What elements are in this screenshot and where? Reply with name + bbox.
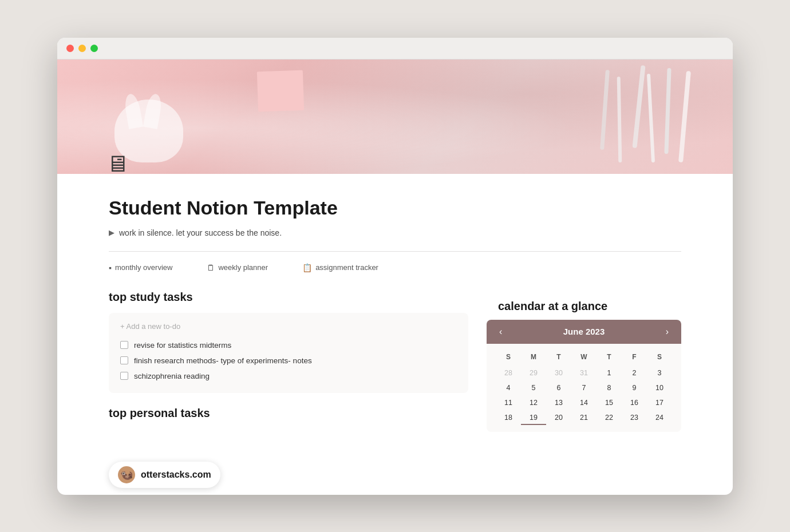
site-badge: 🦦 otterstacks.com <box>109 462 220 488</box>
cal-date[interactable]: 17 <box>647 396 672 409</box>
day-tue: T <box>546 351 571 363</box>
bottom-bar: 🦦 otterstacks.com <box>57 455 733 495</box>
weekly-planner-link[interactable]: 🗒 weekly planner <box>207 263 268 272</box>
day-fri: F <box>622 351 647 363</box>
task-checkbox-1[interactable] <box>120 341 128 349</box>
monthly-overview-icon: ▪ <box>109 263 112 272</box>
cal-date[interactable]: 23 <box>622 411 647 425</box>
task-checkbox-2[interactable] <box>120 356 128 364</box>
task-item: schizophrenia reading <box>120 368 457 384</box>
quote-text: work in silence. let your success be the… <box>119 228 282 237</box>
day-thu: T <box>597 351 622 363</box>
calendar-nav: ‹ June 2023 › <box>487 320 681 344</box>
cal-date[interactable]: 3 <box>647 367 672 379</box>
cal-date[interactable]: 15 <box>597 396 622 409</box>
cal-date[interactable]: 12 <box>521 396 546 409</box>
personal-tasks-title: top personal tasks <box>109 407 468 420</box>
calendar-next-button[interactable]: › <box>662 325 672 338</box>
close-button[interactable] <box>66 45 74 52</box>
cal-date[interactable]: 18 <box>496 411 521 425</box>
hero-banner: 🖥 <box>57 59 733 174</box>
cal-date[interactable]: 7 <box>571 382 597 394</box>
cal-date[interactable]: 16 <box>622 396 647 409</box>
calendar-col: calendar at a glance ‹ June 2023 › S M T… <box>487 291 681 432</box>
study-tasks-title: top study tasks <box>109 291 468 304</box>
browser-chrome <box>57 38 733 59</box>
cal-date[interactable]: 24 <box>647 411 672 425</box>
day-sat: S <box>647 351 672 363</box>
day-wed: W <box>571 351 597 363</box>
weekly-planner-icon: 🗒 <box>207 263 215 272</box>
task-item: finish research methods- type of experim… <box>120 353 457 368</box>
cal-date[interactable]: 13 <box>546 396 571 409</box>
task-label-1: revise for statistics midterms <box>134 341 231 350</box>
assignment-tracker-label: assignment tracker <box>315 263 378 272</box>
cal-date[interactable]: 22 <box>597 411 622 425</box>
cal-date-today[interactable]: 19 <box>521 411 546 425</box>
study-tasks-section: + Add a new to-do revise for statistics … <box>109 313 468 393</box>
day-sun: S <box>496 351 521 363</box>
cal-date[interactable]: 4 <box>496 382 521 394</box>
cal-date[interactable]: 14 <box>571 396 597 409</box>
calendar-title: calendar at a glance <box>487 291 681 320</box>
cal-date[interactable]: 8 <box>597 382 622 394</box>
quote-block: ▶ work in silence. let your success be t… <box>109 228 681 237</box>
cal-date[interactable]: 9 <box>622 382 647 394</box>
calendar-grid: S M T W T F S 28 29 30 <box>487 344 681 432</box>
calendar-month-label: June 2023 <box>563 327 605 336</box>
nav-links: ▪ monthly overview 🗒 weekly planner 📋 as… <box>109 263 681 272</box>
two-col-layout: top study tasks + Add a new to-do revise… <box>109 291 681 432</box>
quote-toggle-icon[interactable]: ▶ <box>109 228 114 237</box>
cal-date[interactable]: 30 <box>546 367 571 379</box>
calendar-widget: ‹ June 2023 › S M T W T F S <box>487 320 681 432</box>
minimize-button[interactable] <box>78 45 86 52</box>
otter-icon: 🦦 <box>118 466 135 483</box>
calendar-day-names: S M T W T F S <box>496 351 672 363</box>
study-tasks-col: top study tasks + Add a new to-do revise… <box>109 291 468 420</box>
assignment-tracker-link[interactable]: 📋 assignment tracker <box>302 263 378 272</box>
task-label-3: schizophrenia reading <box>134 372 210 380</box>
assignment-tracker-icon: 📋 <box>302 263 312 272</box>
calendar-prev-button[interactable]: ‹ <box>496 325 505 338</box>
task-checkbox-3[interactable] <box>120 372 128 380</box>
page-content: Student Notion Template ▶ work in silenc… <box>57 174 733 455</box>
browser-window: 🖥 Student Notion Template ▶ work in sile… <box>57 38 733 495</box>
otter-emoji: 🦦 <box>120 469 133 481</box>
monthly-overview-link[interactable]: ▪ monthly overview <box>109 263 172 272</box>
cal-date[interactable]: 29 <box>521 367 546 379</box>
cal-date[interactable]: 31 <box>571 367 597 379</box>
monitor-icon: 🖥 <box>106 151 129 174</box>
monthly-overview-label: monthly overview <box>115 263 172 272</box>
cal-date[interactable]: 11 <box>496 396 521 409</box>
add-todo-label: + Add a new to-do <box>120 322 180 331</box>
cal-date[interactable]: 6 <box>546 382 571 394</box>
cal-date[interactable]: 28 <box>496 367 521 379</box>
cal-date[interactable]: 1 <box>597 367 622 379</box>
cal-date[interactable]: 2 <box>622 367 647 379</box>
cal-date[interactable]: 10 <box>647 382 672 394</box>
maximize-button[interactable] <box>90 45 98 52</box>
calendar-dates: 28 29 30 31 1 2 3 4 5 6 7 8 <box>496 367 672 425</box>
cal-date[interactable]: 21 <box>571 411 597 425</box>
page-title: Student Notion Template <box>109 197 681 219</box>
day-mon: M <box>521 351 546 363</box>
task-item: revise for statistics midterms <box>120 338 457 353</box>
cal-date[interactable]: 20 <box>546 411 571 425</box>
divider <box>109 251 681 252</box>
add-todo-button[interactable]: + Add a new to-do <box>120 322 457 331</box>
cal-date[interactable]: 5 <box>521 382 546 394</box>
weekly-planner-label: weekly planner <box>218 263 268 272</box>
task-label-2: finish research methods- type of experim… <box>134 356 312 365</box>
site-name: otterstacks.com <box>141 470 211 480</box>
